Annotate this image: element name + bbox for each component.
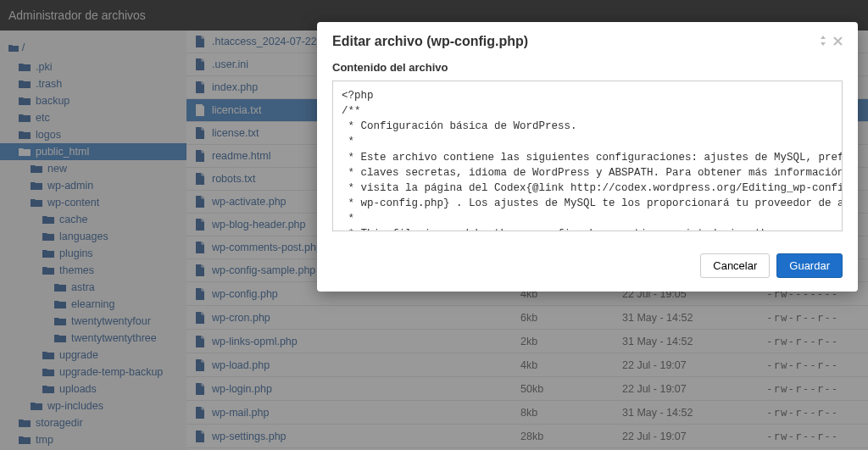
- close-icon[interactable]: [833, 36, 843, 48]
- content-label: Contenido del archivo: [332, 61, 843, 74]
- edit-file-modal: Editar archivo (wp-config.php) Contenido…: [317, 22, 858, 292]
- save-button[interactable]: Guardar: [776, 253, 843, 278]
- file-content-textarea[interactable]: <?php /** * Configuración básica de Word…: [332, 81, 843, 231]
- cancel-button[interactable]: Cancelar: [700, 253, 770, 278]
- expand-icon[interactable]: [818, 36, 828, 48]
- modal-title: Editar archivo (wp-config.php): [332, 34, 818, 49]
